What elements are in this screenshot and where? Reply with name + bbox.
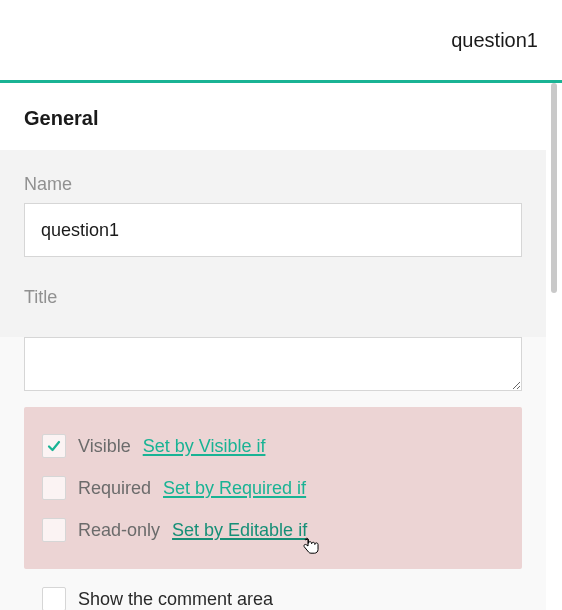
show-comment-label: Show the comment area [78,589,273,610]
name-input[interactable] [24,203,522,257]
section-title-general: General [0,83,546,150]
required-by-link[interactable]: Set by Required if [163,478,306,499]
editable-by-link[interactable]: Set by Editable if [172,520,307,541]
visible-checkbox[interactable] [42,434,66,458]
properties-panel: General Name Title [0,83,546,610]
name-label: Name [24,174,522,195]
scrollbar-track[interactable] [546,83,562,610]
flags-highlight-box: Visible Set by Visible if Required Set b… [24,407,522,569]
readonly-label: Read-only [78,520,160,541]
page-title: question1 [451,29,538,52]
required-label: Required [78,478,151,499]
required-checkbox[interactable] [42,476,66,500]
title-label: Title [24,287,522,308]
visible-label: Visible [78,436,131,457]
form-area: Name Title [0,150,546,337]
title-textarea[interactable] [24,337,522,391]
show-comment-checkbox[interactable] [42,587,66,610]
scrollbar-thumb[interactable] [551,83,557,293]
readonly-checkbox[interactable] [42,518,66,542]
visible-by-link[interactable]: Set by Visible if [143,436,266,457]
check-icon [46,438,62,454]
